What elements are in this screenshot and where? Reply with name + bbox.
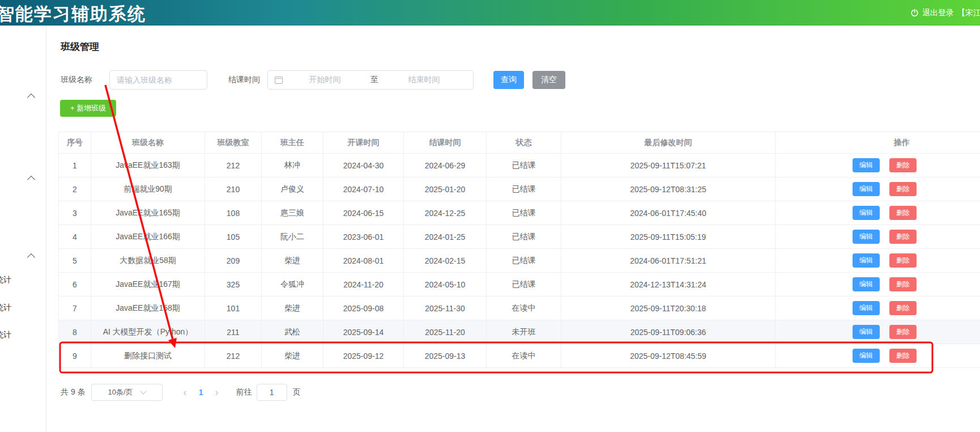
delete-button[interactable]: 删除: [889, 277, 917, 291]
table-row: 4 JavaEE就业166期 105 阮小二 2023-06-01 2024-0…: [59, 225, 980, 249]
cell-head-teacher: 阮小二: [262, 225, 323, 249]
cell-actions: 编辑 删除: [776, 177, 980, 201]
chevron-up-icon[interactable]: [27, 253, 35, 261]
cell-class-name: 大数据就业58期: [91, 249, 205, 273]
sidebar-item-stats-3[interactable]: 统计: [0, 330, 11, 340]
class-name-input[interactable]: [109, 70, 207, 90]
cell-end-time: 2025-11-20: [404, 320, 487, 344]
delete-button[interactable]: 删除: [889, 182, 917, 196]
cell-head-teacher: 卢俊义: [262, 177, 323, 201]
delete-button[interactable]: 删除: [889, 206, 917, 220]
cell-head-teacher: 柴进: [262, 344, 323, 368]
page-title: 班级管理: [61, 40, 99, 53]
cell-start-time: 2025-09-12: [323, 344, 404, 368]
cell-classroom: 101: [205, 297, 262, 320]
cell-start-time: 2024-11-20: [323, 273, 404, 297]
page-unit-label: 页: [293, 387, 301, 397]
delete-button[interactable]: 删除: [889, 325, 917, 339]
status-badge: 在读中: [487, 344, 561, 368]
table-row: 6 JavaEE就业167期 325 令狐冲 2024-11-20 2024-0…: [59, 273, 980, 297]
end-date-placeholder[interactable]: 结束时间: [382, 75, 466, 85]
sidebar-item-stats-2[interactable]: 统计: [0, 303, 11, 313]
status-badge: 已结课: [487, 177, 561, 201]
cell-no: 4: [59, 225, 91, 249]
prev-page-button[interactable]: ‹: [177, 387, 193, 399]
cell-no: 5: [59, 249, 91, 273]
status-badge: 已结课: [487, 273, 561, 297]
cell-modified-time: 2024-12-13T14:31:24: [561, 273, 776, 297]
col-classroom: 班级教室: [205, 132, 262, 154]
edit-button[interactable]: 编辑: [853, 325, 880, 339]
class-table: 序号 班级名称 班级教室 班主任 开课时间 结课时间 状态 最后修改时间 操作 …: [58, 132, 980, 368]
edit-button[interactable]: 编辑: [853, 253, 880, 268]
cell-class-name: JavaEE就业163期: [91, 154, 205, 177]
app-title: 智能学习辅助系统: [0, 2, 146, 26]
cell-actions: 编辑 删除: [776, 154, 980, 177]
edit-button[interactable]: 编辑: [853, 182, 880, 196]
status-badge: 已结课: [487, 225, 561, 249]
date-range-picker[interactable]: 开始时间 至 结束时间: [267, 70, 474, 90]
cell-modified-time: 2025-09-12T08:45:59: [561, 344, 776, 368]
table-row: 1 JavaEE就业163期 212 林冲 2024-04-30 2024-06…: [59, 154, 980, 177]
edit-button[interactable]: 编辑: [853, 349, 880, 363]
cell-head-teacher: 柴进: [262, 249, 323, 273]
cell-class-name: JavaEE就业158期: [91, 297, 205, 320]
delete-button[interactable]: 删除: [889, 253, 917, 268]
search-button[interactable]: 查询: [493, 71, 524, 89]
edit-button[interactable]: 编辑: [853, 301, 880, 315]
table-row: 3 JavaEE就业165期 108 扈三娘 2024-06-15 2024-1…: [59, 201, 980, 225]
status-badge: 已结课: [487, 201, 561, 225]
delete-button[interactable]: 删除: [889, 230, 917, 244]
class-table-wrapper: 序号 班级名称 班级教室 班主任 开课时间 结课时间 状态 最后修改时间 操作 …: [58, 132, 980, 369]
status-badge: 在读中: [487, 297, 561, 320]
cell-classroom: 212: [205, 154, 262, 177]
col-start-time: 开课时间: [323, 132, 404, 154]
cell-actions: 编辑 删除: [776, 249, 980, 273]
page-number-1[interactable]: 1: [193, 388, 209, 397]
cell-modified-time: 2025-09-12T08:31:25: [561, 177, 776, 201]
cell-no: 1: [59, 154, 91, 177]
add-class-button[interactable]: + 新增班级: [60, 100, 116, 117]
delete-button[interactable]: 删除: [889, 349, 917, 363]
table-row: 7 JavaEE就业158期 101 柴进 2025-09-08 2025-11…: [59, 297, 980, 320]
cell-actions: 编辑 删除: [776, 344, 980, 368]
calendar-icon: [275, 77, 283, 84]
edit-button[interactable]: 编辑: [853, 277, 880, 291]
cell-no: 6: [59, 273, 91, 297]
sidebar-item-stats-1[interactable]: 统计: [0, 275, 11, 285]
cell-no: 2: [59, 177, 91, 201]
cell-start-time: 2024-04-30: [323, 154, 404, 177]
cell-modified-time: 2025-09-11T09:06:36: [561, 320, 776, 344]
cell-start-time: 2024-06-15: [323, 201, 404, 225]
logout-button[interactable]: 退出登录 【宋江】: [910, 0, 980, 26]
class-name-label: 班级名称: [61, 75, 92, 85]
cell-end-time: 2025-09-13: [404, 344, 487, 368]
edit-button[interactable]: 编辑: [853, 206, 880, 220]
next-page-button[interactable]: ›: [209, 387, 225, 399]
goto-page-input[interactable]: [257, 384, 287, 401]
delete-button[interactable]: 删除: [889, 158, 917, 172]
edit-button[interactable]: 编辑: [853, 158, 880, 172]
clear-button[interactable]: 清空: [532, 71, 565, 89]
edit-button[interactable]: 编辑: [853, 230, 880, 244]
delete-button[interactable]: 删除: [889, 301, 917, 315]
cell-head-teacher: 柴进: [262, 297, 323, 320]
cell-end-time: 2024-05-10: [404, 273, 487, 297]
cell-modified-time: 2024-06-01T17:51:21: [561, 249, 776, 273]
cell-modified-time: 2025-09-11T15:07:21: [561, 154, 776, 177]
col-head-teacher: 班主任: [262, 132, 323, 154]
col-status: 状态: [487, 132, 561, 154]
chevron-up-icon[interactable]: [27, 94, 35, 101]
cell-class-name: JavaEE就业167期: [91, 273, 205, 297]
cell-head-teacher: 扈三娘: [262, 201, 323, 225]
cell-no: 8: [59, 320, 91, 344]
cell-modified-time: 2025-09-11T20:30:18: [561, 297, 776, 320]
chevron-up-icon[interactable]: [27, 176, 35, 184]
cell-class-name: 前端就业90期: [91, 177, 205, 201]
cell-actions: 编辑 删除: [776, 320, 980, 344]
table-header-row: 序号 班级名称 班级教室 班主任 开课时间 结课时间 状态 最后修改时间 操作: [59, 132, 980, 154]
cell-actions: 编辑 删除: [776, 297, 980, 320]
start-date-placeholder[interactable]: 开始时间: [283, 75, 367, 85]
page-size-select[interactable]: 10条/页: [91, 384, 163, 401]
table-row: 2 前端就业90期 210 卢俊义 2024-07-10 2025-01-20 …: [59, 177, 980, 201]
